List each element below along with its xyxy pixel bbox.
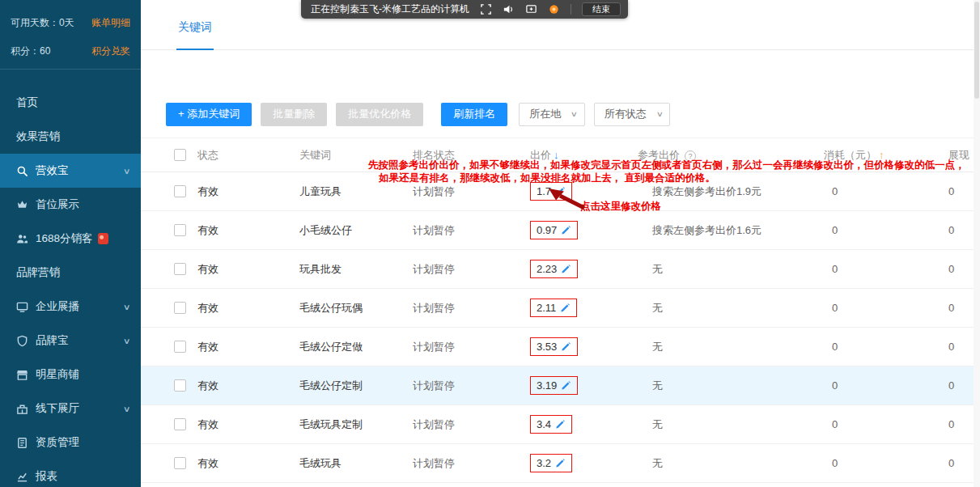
chevron-down-icon: ∨ <box>571 110 578 118</box>
building-icon <box>16 403 28 415</box>
sidebar-item-brand-bao[interactable]: 品牌宝 ∨ <box>0 324 141 358</box>
rank-status-cell: 计划暂停 <box>413 417 530 432</box>
scrollbar-thumb[interactable] <box>974 2 979 99</box>
chevron-down-icon: ∨ <box>122 167 130 176</box>
edit-pencil-icon[interactable] <box>555 419 566 430</box>
keyword-cell: 毛绒公仔定制 <box>299 379 413 393</box>
sidebar-item-label: 品牌宝 <box>36 333 69 348</box>
sidebar-item-report[interactable]: 报表 <box>0 459 141 487</box>
doc-icon <box>16 437 28 449</box>
row-checkbox[interactable] <box>174 418 186 430</box>
rank-status-cell: 计划暂停 <box>413 184 530 199</box>
sidebar-item-enterprise-show[interactable]: 企业展播 ∨ <box>0 290 141 324</box>
sidebar-item-label: 明星商铺 <box>36 367 79 382</box>
price-edit-box[interactable]: 3.19 <box>530 376 578 395</box>
price-edit-box[interactable]: 3.2 <box>530 454 572 472</box>
table-row: 有效 毛绒玩具定制 计划暂停 3.4 无 0 0 <box>141 405 980 444</box>
edit-pencil-icon[interactable] <box>561 341 571 352</box>
status-filter-select[interactable]: 所有状态 ∨ <box>594 103 671 126</box>
add-keyword-button[interactable]: + 添加关键词 <box>166 103 252 126</box>
tab-keywords[interactable]: 关键词 <box>176 20 214 50</box>
billing-detail-link[interactable]: 账单明细 <box>91 16 130 30</box>
cost-cell: 0 <box>824 379 948 392</box>
edit-pencil-icon[interactable] <box>561 225 571 235</box>
sidebar-item-effect-marketing[interactable]: 效果营销 <box>0 120 141 154</box>
refresh-rank-button[interactable]: 刷新排名 <box>441 103 507 126</box>
points-label: 积分：60 <box>11 44 50 58</box>
row-checkbox[interactable] <box>174 302 186 314</box>
sidebar-item-star-shop[interactable]: 明星商铺 <box>0 358 141 392</box>
table-row: 有效 毛绒公仔玩偶 计划暂停 2.11 无 0 0 <box>141 289 980 328</box>
sidebar-item-label: 1688分销客 <box>36 231 93 246</box>
remote-app-logo-icon[interactable] <box>548 3 560 15</box>
status-cell: 有效 <box>197 301 299 315</box>
annotation-pointer-label: 点击这里修改价格 <box>580 200 661 214</box>
keyword-cell: 毛绒玩具 <box>299 456 413 471</box>
ref-price-cell: 无 <box>638 379 824 393</box>
chevron-down-icon: ∨ <box>655 110 663 118</box>
sidebar-item-yingxiaobao[interactable]: 营效宝 ∨ <box>0 154 141 188</box>
annotation-tip-line2: 如果还是有排名，那继续改低，如果没排名就加上去， 直到最合适的价格。 <box>379 172 715 185</box>
account-balance-row: 可用余额：0元 充值 <box>0 0 141 9</box>
table-body: 有效 儿童玩具 计划暂停 1.7 搜索左侧参考出价1.9元 0 0 有效 小毛绒… <box>141 172 980 483</box>
row-checkbox[interactable] <box>174 379 186 392</box>
location-filter-select[interactable]: 所在地 ∨ <box>519 103 585 126</box>
sidebar-item-label: 效果营销 <box>16 129 60 144</box>
rank-status-cell: 计划暂停 <box>413 340 530 354</box>
cost-cell: 0 <box>824 263 948 275</box>
keyword-cell: 小毛绒公仔 <box>299 223 413 238</box>
table-row: 有效 毛绒玩具 计划暂停 3.2 无 0 0 <box>141 444 980 483</box>
ref-price-cell: 无 <box>638 340 824 354</box>
status-filter-label: 所有状态 <box>605 107 647 121</box>
price-edit-box[interactable]: 2.11 <box>530 299 577 317</box>
edit-pencil-icon[interactable] <box>561 264 571 274</box>
row-checkbox[interactable] <box>174 263 186 275</box>
rank-status-cell: 计划暂停 <box>413 301 530 315</box>
select-all-checkbox[interactable] <box>174 149 186 161</box>
status-cell: 有效 <box>197 262 299 277</box>
table-row: 有效 毛绒公仔定做 计划暂停 3.53 无 0 0 <box>141 328 980 366</box>
toolbar: + 添加关键词 批量删除 批量优化价格 刷新排名 所在地 ∨ 所有状态 ∨ <box>166 102 980 126</box>
screen-select-icon[interactable] <box>525 3 537 15</box>
sidebar: 可用余额：0元 充值 可用天数：0天 账单明细 积分：60 积分兑奖 首页 效果… <box>0 0 141 487</box>
table-row: 有效 小毛绒公仔 计划暂停 0.97 搜索左侧参考出价1.6元 0 0 <box>141 211 980 250</box>
vertical-scrollbar[interactable] <box>974 0 980 487</box>
points-redeem-link[interactable]: 积分兑奖 <box>91 44 130 58</box>
cost-cell: 0 <box>824 185 948 197</box>
sidebar-item-label: 品牌营销 <box>16 265 60 280</box>
row-checkbox[interactable] <box>174 185 186 197</box>
end-control-button[interactable]: 结束 <box>582 2 621 16</box>
batch-optimize-price-button[interactable]: 批量优化价格 <box>336 103 423 126</box>
status-cell: 有效 <box>197 417 299 432</box>
sidebar-item-brand-marketing[interactable]: 品牌营销 <box>0 256 141 290</box>
ref-price-cell: 无 <box>638 301 824 315</box>
fullscreen-icon[interactable] <box>480 3 492 15</box>
batch-delete-button[interactable]: 批量删除 <box>261 103 327 126</box>
annotation-tip-line1: 先按照参考出价出价，如果不够继续出，如果修改完显示首页左侧或者首页右侧，那么过一… <box>368 159 965 172</box>
sidebar-item-top-display[interactable]: 首位展示 <box>0 188 141 222</box>
crown-icon <box>16 199 28 211</box>
price-edit-box[interactable]: 2.23 <box>530 260 578 278</box>
price-value: 3.2 <box>537 457 551 469</box>
sidebar-item-offline-hall[interactable]: 线下展厅 ∨ <box>0 392 141 426</box>
chevron-down-icon: ∨ <box>122 337 130 345</box>
shield-icon <box>16 335 28 347</box>
rank-status-cell: 计划暂停 <box>413 379 530 393</box>
speaker-icon[interactable] <box>503 3 515 15</box>
edit-pencil-icon[interactable] <box>560 303 571 313</box>
sidebar-item-1688-distributor[interactable]: 1688分销客 <box>0 222 141 256</box>
status-cell: 有效 <box>197 184 299 199</box>
row-checkbox[interactable] <box>174 457 186 469</box>
sidebar-item-home[interactable]: 首页 <box>0 86 141 120</box>
keyword-cell: 毛绒玩具定制 <box>299 417 413 432</box>
row-checkbox[interactable] <box>174 224 186 236</box>
price-edit-box[interactable]: 0.97 <box>530 221 578 239</box>
price-edit-box[interactable]: 3.4 <box>530 415 572 434</box>
sidebar-item-qualification[interactable]: 资质管理 <box>0 426 141 459</box>
row-checkbox[interactable] <box>174 341 186 353</box>
recharge-link[interactable]: 充值 <box>111 0 130 2</box>
edit-pencil-icon[interactable] <box>561 380 571 391</box>
edit-pencil-icon[interactable] <box>555 458 566 468</box>
cost-cell: 0 <box>824 302 948 314</box>
price-edit-box[interactable]: 3.53 <box>530 337 578 356</box>
